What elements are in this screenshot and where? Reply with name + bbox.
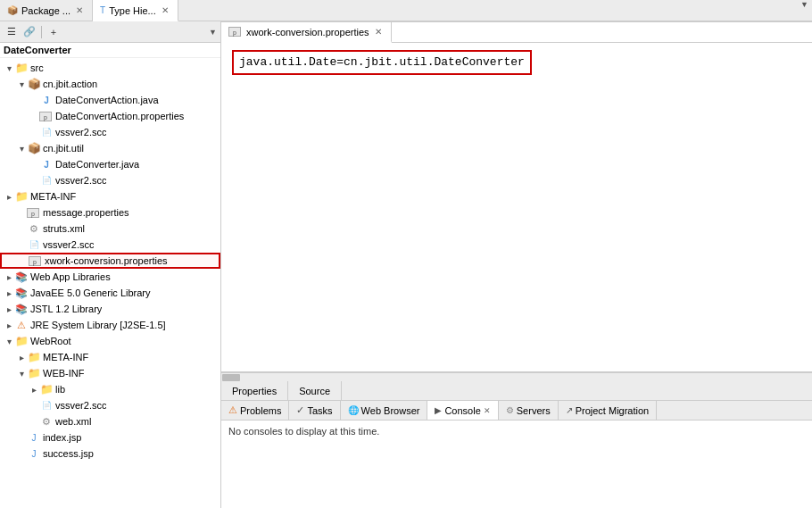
package-tab[interactable]: 📦 Package ... ✕ bbox=[0, 0, 93, 21]
source-tab-label: Source bbox=[299, 386, 330, 396]
new-button[interactable]: + bbox=[46, 24, 62, 40]
package-tab-close[interactable]: ✕ bbox=[74, 5, 85, 15]
util-pkg-toggle[interactable]: ▾ bbox=[16, 144, 27, 154]
link-editor-button[interactable]: 🔗 bbox=[21, 24, 37, 40]
tree-item-struts-xml[interactable]: ⚙ struts.xml bbox=[0, 221, 220, 237]
tree-item-dcaction-prop[interactable]: p DateConvertAction.properties bbox=[0, 108, 220, 124]
lib-label: lib bbox=[55, 384, 65, 395]
tree-item-web-xml[interactable]: ⚙ web.xml bbox=[0, 413, 220, 429]
message-prop-icon: p bbox=[27, 205, 41, 220]
 bbox=[16, 240, 27, 250]
 bbox=[29, 176, 39, 186]
web-xml-label: web.xml bbox=[55, 416, 91, 427]
web-app-lib-toggle[interactable]: ▸ bbox=[4, 272, 14, 282]
jstl-label: JSTL 1.2 Library bbox=[30, 304, 102, 314]
metainf2-toggle[interactable]: ▸ bbox=[16, 353, 27, 362]
vss4-icon: 📄 bbox=[39, 398, 54, 412]
tree-item-jre[interactable]: ▸ ⚠ JRE System Library [J2SE-1.5] bbox=[0, 317, 220, 333]
 bbox=[29, 160, 39, 170]
webroot-toggle[interactable]: ▾ bbox=[4, 337, 14, 346]
editor-xwork-tab-close[interactable]: ✕ bbox=[373, 27, 384, 37]
right-panel: p xwork-conversion.properties ✕ java.uti… bbox=[221, 21, 812, 508]
tree-item-webinf[interactable]: ▾ 📁 WEB-INF bbox=[0, 365, 220, 381]
tree-item-action-pkg[interactable]: ▾ 📦 cn.jbit.action bbox=[0, 76, 220, 92]
editor-xwork-tab[interactable]: p xwork-conversion.properties ✕ bbox=[221, 22, 392, 43]
editor-area[interactable]: java.util.Date=cn.jbit.util.DateConverte… bbox=[221, 43, 812, 372]
tree-item-webroot[interactable]: ▾ 📁 WebRoot bbox=[0, 333, 220, 349]
source-tab[interactable]: Source bbox=[288, 381, 342, 400]
src-toggle[interactable]: ▾ bbox=[4, 63, 14, 73]
vss1-label: vssver2.scc bbox=[55, 127, 106, 137]
webinf-toggle[interactable]: ▾ bbox=[16, 369, 27, 379]
tree-item-vss1[interactable]: 📄 vssver2.scc bbox=[0, 124, 220, 140]
tree-item-index-jsp[interactable]: J index.jsp bbox=[0, 429, 220, 446]
tree-item-vss4[interactable]: 📄 vssver2.scc bbox=[0, 397, 220, 413]
tree-item-jstl[interactable]: ▸ 📚 JSTL 1.2 Library bbox=[0, 301, 220, 317]
tree-item-dcaction-java[interactable]: J DateConvertAction.java bbox=[0, 92, 220, 108]
project-migration-icon: ↗ bbox=[566, 405, 573, 415]
problems-tab[interactable]: ⚠ Problems bbox=[221, 401, 289, 420]
tree-item-vss3[interactable]: 📄 vssver2.scc bbox=[0, 237, 220, 253]
left-panel: ☰ 🔗 + ▼ DateConverter ▾ 📁 src ▾ 📦 cn.jbi… bbox=[0, 21, 221, 508]
tree-item-dc-java[interactable]: J DateConverter.java bbox=[0, 156, 220, 172]
jre-toggle[interactable]: ▸ bbox=[4, 321, 14, 330]
tasks-tab[interactable]: ✓ Tasks bbox=[289, 401, 340, 420]
properties-tab[interactable]: Properties bbox=[221, 381, 288, 400]
tree-item-metainf2[interactable]: ▸ 📁 META-INF bbox=[0, 349, 220, 365]
vss4-label: vssver2.scc bbox=[55, 400, 106, 411]
web-app-lib-icon: 📚 bbox=[14, 270, 29, 284]
tree-item-src[interactable]: ▾ 📁 src bbox=[0, 60, 220, 76]
left-panel-dropdown[interactable]: ▼ bbox=[209, 28, 217, 37]
metainf-icon: 📁 bbox=[14, 189, 29, 204]
typehie-tab-close[interactable]: ✕ bbox=[160, 5, 170, 15]
tree-item-web-app-lib[interactable]: ▸ 📚 Web App Libraries bbox=[0, 269, 220, 285]
 bbox=[29, 96, 39, 105]
editor-bottom-tabs: Properties Source bbox=[221, 381, 812, 401]
dcaction-prop-icon: p bbox=[39, 109, 54, 123]
collapse-all-button[interactable]: ☰ bbox=[4, 24, 20, 40]
jstl-toggle[interactable]: ▸ bbox=[4, 304, 14, 314]
servers-label: Servers bbox=[517, 405, 551, 416]
 bbox=[16, 449, 27, 459]
webroot-label: WebRoot bbox=[30, 336, 71, 346]
console-tab[interactable]: ▶ Console ✕ bbox=[427, 401, 498, 420]
tree-item-message-prop[interactable]: p message.properties bbox=[0, 204, 220, 221]
typehie-tab[interactable]: T Type Hie... ✕ bbox=[93, 0, 178, 21]
console-tab-bar: ⚠ Problems ✓ Tasks 🌐 Web Browser ▶ Conso… bbox=[221, 401, 812, 421]
editor-equals: = bbox=[336, 55, 344, 69]
tree-item-xwork-prop[interactable]: p xwork-conversion.properties bbox=[0, 253, 220, 269]
tree-item-lib[interactable]: ▸ 📁 lib bbox=[0, 381, 220, 397]
 bbox=[16, 208, 27, 218]
tree-item-vss2[interactable]: 📄 vssver2.scc bbox=[0, 172, 220, 188]
action-pkg-toggle[interactable]: ▾ bbox=[16, 79, 27, 89]
console-body: No consoles to display at this time. bbox=[221, 421, 812, 508]
web-browser-tab[interactable]: 🌐 Web Browser bbox=[341, 401, 428, 420]
web-app-lib-label: Web App Libraries bbox=[30, 271, 111, 282]
message-prop-label: message.properties bbox=[43, 207, 129, 218]
lib-toggle[interactable]: ▸ bbox=[29, 385, 39, 395]
index-jsp-label: index.jsp bbox=[43, 432, 81, 443]
 bbox=[29, 417, 39, 427]
 bbox=[16, 224, 27, 234]
project-migration-tab[interactable]: ↗ Project Migration bbox=[559, 401, 658, 420]
console-message: No consoles to display at this time. bbox=[228, 426, 379, 437]
console-tab-close[interactable]: ✕ bbox=[484, 406, 491, 415]
tree-item-metainf[interactable]: ▸ 📁 META-INF bbox=[0, 188, 220, 204]
editor-hscrollbar[interactable] bbox=[221, 372, 812, 381]
javaee-toggle[interactable]: ▸ bbox=[4, 288, 14, 298]
servers-tab[interactable]: ⚙ Servers bbox=[499, 401, 559, 420]
console-panel: ⚠ Problems ✓ Tasks 🌐 Web Browser ▶ Conso… bbox=[221, 401, 812, 508]
tab-bar-dropdown[interactable]: ▼ bbox=[797, 0, 812, 21]
web-browser-label: Web Browser bbox=[361, 405, 420, 416]
editor-content: java.util.Date=cn.jbit.util.DateConverte… bbox=[232, 50, 801, 75]
editor-xwork-tab-label: xwork-conversion.properties bbox=[246, 27, 369, 37]
metainf-toggle[interactable]: ▸ bbox=[4, 192, 14, 202]
editor-tab-bar: p xwork-conversion.properties ✕ bbox=[221, 21, 812, 43]
tree-item-success-jsp[interactable]: J success.jsp bbox=[0, 446, 220, 462]
tree-item-javaee[interactable]: ▸ 📚 JavaEE 5.0 Generic Library bbox=[0, 285, 220, 301]
 bbox=[29, 112, 39, 121]
editor-val-part: cn.jbit.util.DateConverter bbox=[344, 55, 525, 69]
metainf2-label: META-INF bbox=[43, 352, 88, 362]
main-layout: ☰ 🔗 + ▼ DateConverter ▾ 📁 src ▾ 📦 cn.jbi… bbox=[0, 21, 812, 508]
tree-item-util-pkg[interactable]: ▾ 📦 cn.jbit.util bbox=[0, 140, 220, 156]
